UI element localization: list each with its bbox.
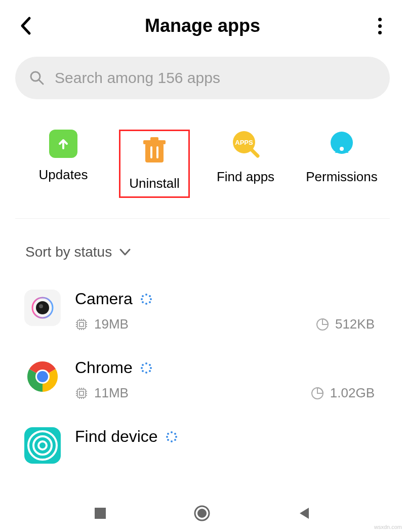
svg-point-64 <box>38 441 47 449</box>
pie-icon <box>311 387 324 400</box>
find-apps-label: Find apps <box>217 169 274 185</box>
find-apps-icon: APPS <box>231 130 260 160</box>
camera-app-icon <box>24 290 61 326</box>
svg-rect-23 <box>77 320 86 329</box>
updates-label: Updates <box>39 167 88 183</box>
pie-icon <box>316 318 329 331</box>
recents-button[interactable] <box>93 506 107 522</box>
size-internal: 11MB <box>94 385 129 401</box>
chip-icon <box>75 387 88 400</box>
size-internal: 19MB <box>94 316 129 332</box>
svg-point-72 <box>167 439 169 441</box>
svg-point-67 <box>171 431 173 433</box>
app-row-camera[interactable]: Camera <box>24 280 390 349</box>
updates-icon <box>49 130 77 158</box>
svg-line-1 <box>39 80 43 84</box>
chevron-left-icon <box>19 16 31 35</box>
svg-point-14 <box>39 304 43 308</box>
home-button[interactable] <box>193 504 211 524</box>
svg-point-70 <box>174 439 176 441</box>
back-button[interactable] <box>15 16 35 35</box>
svg-point-40 <box>37 371 48 382</box>
svg-point-41 <box>145 362 147 364</box>
svg-point-15 <box>145 294 147 296</box>
svg-rect-50 <box>79 391 84 395</box>
svg-point-48 <box>142 364 144 366</box>
svg-point-47 <box>141 367 143 369</box>
svg-point-18 <box>149 301 151 303</box>
more-options-button[interactable] <box>370 18 390 34</box>
permissions-label: Permissions <box>306 169 378 185</box>
size-data: 1.02GB <box>330 385 375 401</box>
svg-point-17 <box>150 298 152 300</box>
svg-point-44 <box>149 370 151 372</box>
svg-rect-49 <box>77 389 86 397</box>
search-input[interactable]: Search among 156 apps <box>15 57 390 99</box>
app-row-chrome[interactable]: Chrome <box>24 349 390 418</box>
svg-point-45 <box>145 372 147 374</box>
more-dots-icon <box>378 18 382 21</box>
svg-point-22 <box>142 295 144 297</box>
app-name: Camera <box>75 290 133 308</box>
app-name: Find device <box>75 427 158 446</box>
find-device-app-icon <box>24 427 61 464</box>
svg-point-68 <box>174 433 176 435</box>
loading-icon <box>166 431 177 442</box>
svg-point-69 <box>175 436 177 438</box>
chrome-app-icon <box>24 358 61 395</box>
search-icon <box>29 70 45 86</box>
svg-point-21 <box>141 298 143 300</box>
svg-rect-75 <box>95 508 106 519</box>
svg-point-42 <box>149 364 151 366</box>
updates-button[interactable]: Updates <box>23 130 104 183</box>
uninstall-button[interactable]: Uninstall <box>119 130 190 198</box>
svg-line-9 <box>252 150 258 156</box>
uninstall-label: Uninstall <box>129 176 180 191</box>
svg-rect-24 <box>79 322 84 326</box>
find-apps-button[interactable]: APPS Find apps <box>205 130 286 185</box>
svg-point-16 <box>149 295 151 297</box>
svg-point-65 <box>33 436 52 455</box>
navigation-bar <box>0 497 405 532</box>
chevron-down-icon <box>119 248 131 256</box>
svg-point-13 <box>36 301 49 314</box>
svg-point-73 <box>166 436 168 438</box>
page-title: Manage apps <box>35 15 370 36</box>
sort-label: Sort by status <box>25 244 112 260</box>
svg-text:APPS: APPS <box>235 139 253 146</box>
svg-point-11 <box>340 147 344 151</box>
back-nav-button[interactable] <box>297 506 312 523</box>
watermark: wsxdn.com <box>374 524 402 530</box>
permissions-icon <box>328 130 356 160</box>
svg-point-20 <box>142 301 144 303</box>
svg-point-71 <box>171 440 173 442</box>
permissions-button[interactable]: Permissions <box>301 130 382 185</box>
sort-dropdown[interactable]: Sort by status <box>0 219 405 280</box>
size-data: 512KB <box>335 316 375 332</box>
app-name: Chrome <box>75 358 133 377</box>
loading-icon <box>141 294 152 305</box>
trash-icon <box>139 134 170 167</box>
search-placeholder: Search among 156 apps <box>55 69 220 87</box>
svg-point-77 <box>197 509 207 518</box>
svg-point-19 <box>145 303 147 305</box>
svg-point-43 <box>150 367 152 369</box>
svg-point-46 <box>142 370 144 372</box>
app-row-find-device[interactable]: Find device <box>24 418 390 481</box>
svg-rect-2 <box>145 143 164 162</box>
svg-rect-4 <box>150 137 158 141</box>
svg-point-74 <box>167 433 169 435</box>
chip-icon <box>75 318 88 331</box>
loading-icon <box>141 362 152 374</box>
